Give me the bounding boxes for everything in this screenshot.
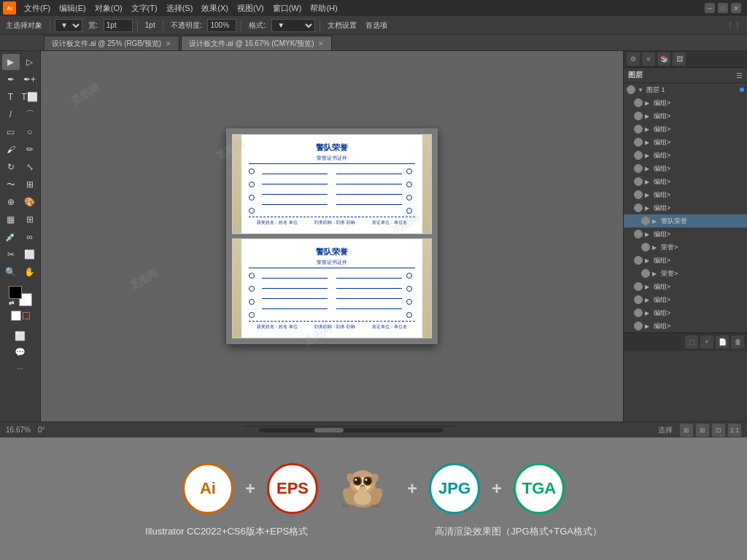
layer-expand-10[interactable]: ▶ [652,218,659,225]
stroke-width-input[interactable] [104,19,133,32]
layer-vis-6[interactable] [634,164,643,173]
layer-expand-0[interactable]: ▼ [638,87,645,93]
grid-view-button[interactable]: ⊞ [696,424,709,437]
layer-vis-12[interactable] [641,243,650,252]
menu-object[interactable]: 对象(O) [91,1,126,15]
layer-expand-12[interactable]: ▶ [652,244,659,251]
layer-vis-11[interactable] [634,230,643,238]
layer-expand-13[interactable]: ▶ [645,257,652,264]
arrange-button[interactable]: ⋮⋮ [727,21,741,29]
artboard-tool[interactable]: ⬜ [12,328,29,344]
layer-item-13[interactable]: ▶ 编组> [624,254,747,267]
layer-item-3[interactable]: ▶ 编组> [624,122,747,136]
canvas-area[interactable]: 觅图网 觅图网 觅图网 觅图网 觅图网 警队荣誉 荣誉证书证件 [41,51,623,421]
layer-expand-7[interactable]: ▶ [645,179,652,185]
menu-file[interactable]: 文件(F) [20,1,54,15]
comment-tool[interactable]: 💬 [12,344,29,360]
blend-tool[interactable]: ∞ [21,229,39,245]
h-scroll-thumb[interactable] [314,428,344,432]
rotate-tool[interactable]: ↻ [2,159,20,175]
scissors-tool[interactable]: ✂ [2,246,20,262]
layers-list[interactable]: ▼ 图层 1 ▶ 编组> ▶ 编组> [624,83,747,332]
layer-item-10[interactable]: ▶ 警队荣誉 [624,214,747,228]
layer-item-4[interactable]: ▶ 编组> [624,136,747,149]
minimize-button[interactable]: ─ [705,3,715,13]
paintbrush-tool[interactable]: 🖌 [2,141,20,158]
layer-expand-11[interactable]: ▶ [645,231,652,238]
rect-tool[interactable]: ▭ [2,124,20,140]
layer-vis-17[interactable] [634,308,643,317]
zoom-actual-button[interactable]: 1:1 [728,424,741,437]
h-scroll-track[interactable] [259,428,444,432]
layer-vis-4[interactable] [634,138,643,147]
layer-vis-8[interactable] [634,190,643,199]
layer-expand-3[interactable]: ▶ [645,126,652,133]
layer-vis-5[interactable] [634,151,643,160]
layer-item-16[interactable]: ▶ 编组> [624,293,747,306]
libraries-icon[interactable]: 📚 [657,52,670,66]
close-button[interactable]: ✕ [731,3,741,13]
layer-vis-0[interactable] [627,85,635,94]
layer-item-5[interactable]: ▶ 编组> [624,149,747,162]
maximize-button[interactable]: □ [718,3,728,13]
layer-item-11[interactable]: ▶ 编组> [624,228,747,241]
layer-vis-14[interactable] [641,269,650,278]
live-paint-tool[interactable]: 🎨 [21,194,39,210]
foreground-color[interactable] [9,286,22,299]
layer-expand-1[interactable]: ▶ [645,100,652,106]
layer-item-12[interactable]: ▶ 荣誉> [624,241,747,254]
layer-vis-15[interactable] [634,282,643,291]
layer-vis-7[interactable] [634,177,643,186]
layer-item-8[interactable]: ▶ 编组> [624,188,747,201]
layer-expand-2[interactable]: ▶ [645,113,652,120]
eraser-tool[interactable]: ⬜ [21,246,39,262]
assets-icon[interactable]: 🖼 [673,52,686,66]
layer-item-1[interactable]: ▶ 编组> [624,96,747,109]
layer-item-6[interactable]: ▶ 编组> [624,162,747,175]
pencil-tool[interactable]: ✏ [21,141,39,158]
layer-item-17[interactable]: ▶ 编组> [624,306,747,319]
layer-vis-9[interactable] [634,203,643,212]
layer-item-0[interactable]: ▼ 图层 1 [624,83,747,96]
shape-builder-tool[interactable]: ⊕ [2,194,20,210]
style-dropdown[interactable]: ▼ [271,19,315,32]
layer-expand-9[interactable]: ▶ [645,205,652,211]
warp-tool[interactable]: 〜 [2,176,20,192]
zoom-fit-button[interactable]: ⊡ [712,424,725,437]
opacity-input[interactable] [207,19,236,32]
delete-layer-button[interactable]: 🗑 [731,335,744,349]
free-transform-tool[interactable]: ⊞ [21,176,39,192]
stroke-box[interactable] [23,312,30,319]
view-artboard-button[interactable]: ⊞ [680,424,693,437]
layer-item-9[interactable]: ▶ 编组> [624,201,747,214]
layer-vis-2[interactable] [634,112,643,120]
layer-vis-10[interactable] [641,217,650,225]
layer-expand-4[interactable]: ▶ [645,139,652,146]
color-swatches[interactable]: ⇄ [9,286,32,306]
tab-1[interactable]: 设计板文件.ai @ 25% (RGB/预览) ✕ [44,36,179,50]
type-tool[interactable]: T [2,89,20,105]
eyedropper-tool[interactable]: 💉 [2,229,20,245]
layer-vis-16[interactable] [634,295,643,304]
preferences-button[interactable]: 首选项 [363,20,390,31]
properties-icon[interactable]: ⚙ [627,52,640,66]
layer-expand-15[interactable]: ▶ [645,284,652,290]
selection-tool[interactable]: ▶ [2,54,20,70]
mesh-tool[interactable]: ⊞ [21,211,39,228]
doc-settings-button[interactable]: 文档设置 [325,20,360,31]
tab-2-close[interactable]: ✕ [318,40,324,47]
layers-icon[interactable]: ≡ [642,52,655,66]
layer-item-7[interactable]: ▶ 编组> [624,175,747,188]
menu-help[interactable]: 帮助(H) [306,1,341,15]
layer-vis-13[interactable] [634,256,643,265]
layer-expand-5[interactable]: ▶ [645,152,652,159]
layer-vis-18[interactable] [634,322,643,330]
tab-2[interactable]: 设计板文件.ai @ 16.67% (CMYK/预览) ✕ [181,36,332,50]
layer-vis-1[interactable] [634,98,643,107]
layer-item-18[interactable]: ▶ 编组> [624,319,747,332]
layer-expand-16[interactable]: ▶ [645,297,652,303]
zoom-tool[interactable]: 🔍 [2,264,20,280]
layer-item-15[interactable]: ▶ 编组> [624,280,747,293]
menu-select[interactable]: 选择(S) [163,1,197,15]
layer-expand-6[interactable]: ▶ [645,166,652,172]
